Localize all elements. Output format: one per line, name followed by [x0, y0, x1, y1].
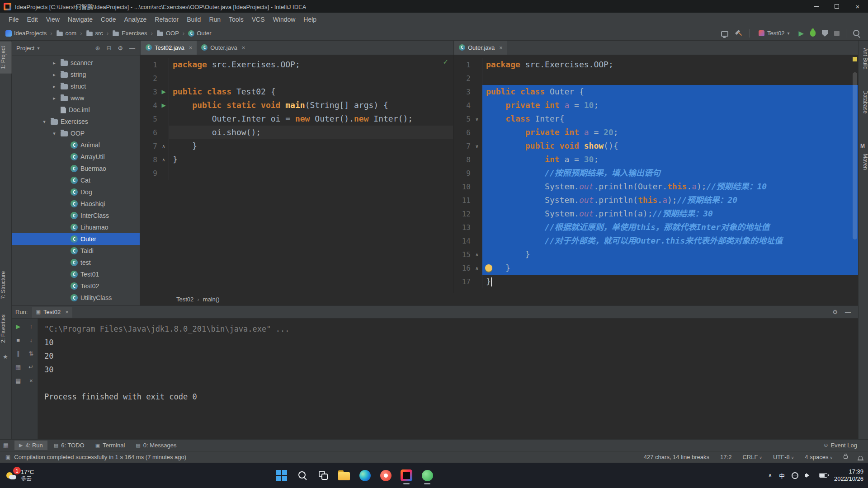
indent-selector[interactable]: 4 spaces∨	[805, 454, 833, 460]
tree-toggle-icon[interactable]: ▸	[51, 60, 58, 66]
readonly-lock-icon[interactable]	[844, 455, 848, 459]
favorites-star-icon[interactable]: ★	[3, 353, 8, 360]
soft-wrap-icon[interactable]: ⇅	[27, 350, 35, 357]
tree-item-string[interactable]: ▸string	[12, 69, 140, 80]
close-icon[interactable]: ×	[189, 44, 193, 51]
notifications-bell-icon[interactable]	[859, 456, 863, 460]
tree-item-taidi[interactable]: CTaidi	[12, 245, 140, 257]
up-stack-trace-icon[interactable]: ↑	[27, 323, 35, 330]
tree-item-test[interactable]: Ctest	[12, 257, 140, 268]
fold-icon[interactable]: ∧	[159, 144, 169, 149]
coverage-button[interactable]	[822, 30, 828, 37]
menu-item-tools[interactable]: Tools	[225, 13, 248, 26]
code-editor[interactable]: 1package src.Exercises.OOP;23▶public cla…	[140, 55, 453, 293]
fold-icon[interactable]: ∧	[472, 266, 482, 271]
fold-icon[interactable]: ∧	[472, 252, 482, 257]
tree-item-cat[interactable]: CCat	[12, 174, 140, 186]
run-button[interactable]: ▶	[798, 29, 804, 38]
menu-item-view[interactable]: View	[42, 13, 64, 26]
menu-item-navigate[interactable]: Navigate	[64, 13, 97, 26]
editor-tab-test02-java[interactable]: CTest02.java×	[141, 41, 197, 55]
maximize-button[interactable]	[826, 0, 847, 13]
rerun-icon[interactable]: ▶	[14, 323, 22, 330]
tray-expand-icon[interactable]: ∧	[768, 472, 772, 479]
close-icon[interactable]: ×	[499, 44, 503, 51]
toolwindow-project-button[interactable]: 1: Project	[0, 42, 12, 74]
start-button[interactable]	[275, 465, 288, 485]
tree-item-outer[interactable]: COuter	[12, 233, 140, 245]
task-view-button[interactable]	[316, 465, 330, 485]
tree-item-interclass[interactable]: CInterClass	[12, 210, 140, 221]
toolwindow-0-messages-button[interactable]: ▤0: Messages	[131, 441, 181, 450]
stop-button[interactable]	[834, 31, 840, 36]
toolwindow-favorites-button[interactable]: 2: Favorites	[0, 310, 12, 347]
toolwindow-4-run-button[interactable]: ▶4: Run	[14, 441, 47, 450]
stop-icon[interactable]: ■	[14, 337, 22, 343]
toolwindow-maven-button[interactable]: Maven	[859, 150, 868, 174]
minimize-button[interactable]	[806, 0, 826, 13]
project-panel-title[interactable]: Project ▾	[16, 45, 40, 52]
menu-item-run[interactable]: Run	[205, 13, 225, 26]
tree-item-lihuamao[interactable]: CLihuamao	[12, 221, 140, 233]
tree-toggle-icon[interactable]: ▸	[51, 84, 58, 89]
caret-position[interactable]: 17:2	[720, 454, 731, 460]
intention-bulb-icon[interactable]	[485, 264, 492, 272]
locate-file-icon[interactable]: ⊕	[95, 45, 100, 52]
browser-app-button[interactable]	[379, 465, 392, 485]
editor-breadcrumb-main[interactable]: main()	[203, 296, 220, 303]
breadcrumb-item-outer[interactable]: COuter	[187, 29, 212, 38]
settings-gear-icon[interactable]: ⚙	[118, 45, 123, 52]
build-project-icon[interactable]	[735, 30, 743, 37]
event-log-button[interactable]: ⊙ Event Log	[819, 441, 862, 450]
taskbar-search-button[interactable]	[296, 465, 309, 485]
toolwindow-database-button[interactable]: Database	[859, 87, 868, 117]
toolwindow-ant-build-button[interactable]: Ant Build	[859, 44, 868, 73]
tree-item-utilityclass[interactable]: CUtilityClass	[12, 292, 140, 304]
tree-item-animal[interactable]: CAnimal	[12, 139, 140, 151]
menu-item-code[interactable]: Code	[97, 13, 120, 26]
close-icon[interactable]: ×	[242, 44, 245, 51]
line-ending-selector[interactable]: CRLF∨	[742, 454, 762, 460]
project-tree[interactable]: ▸scanner▸string▸struct▸wwwDoc.iml▾Exerci…	[12, 56, 140, 305]
print-icon[interactable]: ▤	[14, 377, 22, 384]
pause-output-icon[interactable]: ∥	[14, 350, 22, 357]
hide-panel-icon[interactable]: —	[129, 45, 135, 52]
tree-item-dog[interactable]: CDog	[12, 186, 140, 198]
volume-icon[interactable]	[805, 472, 812, 479]
search-everywhere-icon[interactable]	[853, 29, 861, 38]
scroll-to-end-icon[interactable]: ↵	[27, 364, 35, 371]
settings-gear-icon[interactable]: ⚙	[832, 309, 838, 315]
fold-icon[interactable]: ∨	[472, 117, 482, 122]
menu-item-window[interactable]: Window	[269, 13, 300, 26]
toolwindow-6-todo-button[interactable]: ▤6: TODO	[49, 441, 89, 450]
hide-panel-icon[interactable]: —	[845, 309, 851, 315]
editor-breadcrumb-test02[interactable]: Test02	[176, 296, 193, 303]
tree-item-test02[interactable]: CTest02	[12, 280, 140, 292]
collapse-all-icon[interactable]: ⊟	[106, 45, 111, 52]
fold-icon[interactable]: ∨	[472, 144, 482, 149]
tree-item-exercises[interactable]: ▾Exercises	[12, 116, 140, 127]
tool-window-switcher-icon[interactable]: ▦	[0, 442, 12, 449]
run-config-selector[interactable]: Test02 ▾	[756, 28, 792, 38]
clock[interactable]: 17:39 2022/10/26	[834, 468, 863, 483]
menu-item-analyze[interactable]: Analyze	[120, 13, 151, 26]
fold-icon[interactable]: ∧	[159, 157, 169, 162]
tree-item-scanner[interactable]: ▸scanner	[12, 57, 140, 69]
breadcrumb-item-oop[interactable]: OOP	[156, 29, 180, 38]
ime-indicator[interactable]: 中	[779, 471, 785, 480]
toolwindow-structure-button[interactable]: 7: Structure	[0, 267, 12, 304]
tree-item-struct[interactable]: ▸struct	[12, 80, 140, 92]
menu-item-help[interactable]: Help	[299, 13, 321, 26]
close-button[interactable]: ×	[847, 0, 868, 13]
breadcrumb-item-src[interactable]: src	[85, 29, 104, 38]
menu-item-refactor[interactable]: Refactor	[151, 13, 183, 26]
editor-tab-outer-java[interactable]: COuter.java×	[197, 41, 250, 55]
file-explorer-button[interactable]	[337, 465, 351, 485]
clear-all-icon[interactable]: ×	[27, 377, 35, 384]
tree-item-haoshiqi[interactable]: CHaoshiqi	[12, 198, 140, 210]
debug-button[interactable]	[810, 30, 816, 37]
tree-item-arrayutil[interactable]: CArrayUtil	[12, 151, 140, 163]
breadcrumb-item-exercises[interactable]: Exercises	[111, 29, 148, 38]
tree-item-doc-iml[interactable]: Doc.iml	[12, 104, 140, 116]
scrollbar-thumb[interactable]	[853, 72, 857, 239]
